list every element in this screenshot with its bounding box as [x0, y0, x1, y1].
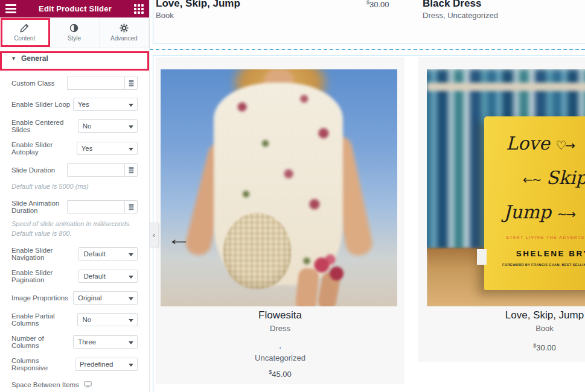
product-price: $30.00: [366, 0, 389, 9]
control-label: Space Between Items: [11, 381, 79, 388]
top-product-1[interactable]: Love, Skip, Jump Book: [156, 0, 240, 22]
control-description: Default value is 5000 (ms): [11, 182, 138, 192]
chevron-down-icon: [129, 253, 133, 256]
product-slider-section[interactable]: ← Flowesita Dress , Uncategorized $45.00: [153, 55, 585, 392]
chevron-down-icon: [129, 341, 133, 344]
slider-prev-arrow-icon[interactable]: ←: [167, 229, 191, 249]
gear-icon: [120, 24, 129, 33]
tab-advanced[interactable]: Advanced: [100, 17, 149, 48]
elementor-panel: Edit Product Slider Content Style: [0, 0, 150, 392]
control-slide-duration: Slide DurationDefault value is 5000 (ms): [11, 163, 138, 192]
product-category-2: Uncategorized: [156, 352, 404, 364]
product-categories: Dress, Uncategorized: [423, 10, 498, 22]
chevron-down-icon: [129, 125, 133, 128]
device-desktop-icon[interactable]: [84, 379, 92, 390]
hump-arrow-icon: ~→: [557, 207, 575, 221]
enable-partial-columns-select[interactable]: No: [77, 313, 138, 326]
control-label: Slide Duration: [11, 166, 55, 174]
panel-tabs: Content Style: [0, 17, 149, 48]
panel-header: Edit Product Slider: [0, 0, 149, 17]
elementor-editor: Edit Product Slider Content Style: [0, 0, 585, 392]
product-info: Flowesita Dress , Uncategorized $45.00: [156, 308, 404, 379]
slide-animation-duration-input[interactable]: [67, 200, 124, 213]
tab-style[interactable]: Style: [50, 17, 99, 48]
contrast-icon: [69, 24, 78, 33]
chevron-left-icon: ‹: [153, 231, 155, 239]
control-enable-partial-columns: Enable Partial ColumnsNo: [11, 312, 138, 327]
product-title: Black Dress: [423, 0, 498, 10]
enable-slider-autoplay-select[interactable]: Yes: [77, 142, 138, 155]
section-general-toggle[interactable]: ▾ General: [0, 48, 149, 68]
chevron-down-icon: [129, 104, 133, 107]
control-label: Image Proportions: [11, 294, 68, 302]
chevron-down-icon: [129, 297, 133, 300]
product-title: Love, Skip, Jump: [156, 0, 240, 10]
product-title[interactable]: Love, Skip, Jump: [418, 308, 585, 323]
enable-slider-loop-select[interactable]: Yes: [73, 98, 138, 111]
control-number-of-columns: Number of ColumnsThree: [11, 335, 138, 349]
control-label: Enable Slider Navigation: [11, 247, 78, 261]
tab-label: Style: [68, 35, 81, 42]
control-enable-slider-loop: Enable Slider LoopYes: [11, 98, 138, 111]
control-label: Enable Slider Pagination: [11, 269, 78, 283]
control-label: Enable Slider Autoplay: [11, 141, 77, 156]
controls-list: Custom ClassEnable Slider LoopYesEnable …: [0, 68, 149, 392]
control-label: Columns Responsive: [11, 357, 75, 371]
image-proportions-select[interactable]: Original: [73, 291, 138, 305]
product-category: Book: [156, 10, 240, 22]
control-slide-animation-duration: Slide Animation DurationSpeed of slide a…: [11, 200, 138, 239]
columns-responsive-select[interactable]: Predefined: [75, 358, 138, 371]
product-image-book: Love ♡→ ←~ Skip Jump ~→ START LIVING THE…: [427, 69, 585, 306]
control-enable-slider-autoplay: Enable Slider AutoplayYes: [11, 141, 138, 156]
enable-slider-pagination-select[interactable]: Default: [78, 270, 138, 283]
product-price: $30.00: [418, 343, 585, 352]
control-enable-centered-slides: Enable Centered SlidesNo: [11, 119, 138, 133]
heart-arrow-icon: ♡→: [555, 138, 574, 153]
enable-slider-navigation-select[interactable]: Default: [78, 247, 138, 261]
previous-slider-section[interactable]: Love, Skip, Jump Book $30.00 Black Dress…: [153, 0, 585, 43]
control-enable-slider-navigation: Enable Slider NavigationDefault: [11, 247, 138, 261]
control-label: Enable Slider Loop: [11, 101, 70, 108]
control-label: Number of Columns: [11, 335, 73, 349]
number-of-columns-select[interactable]: Three: [73, 335, 138, 349]
top-product-2[interactable]: Black Dress Dress, Uncategorized: [423, 0, 498, 22]
product-price: $45.00: [156, 369, 404, 379]
chevron-down-icon: [129, 148, 133, 151]
control-label: Slide Animation Duration: [11, 200, 67, 214]
product-title[interactable]: Flowesita: [156, 308, 404, 323]
book-tagline: START LIVING THE ADVENTURE OF YES: [502, 235, 585, 239]
dynamic-tags-icon[interactable]: [124, 163, 138, 177]
chevron-down-icon: [129, 276, 133, 279]
control-label: Custom Class: [11, 80, 55, 87]
dynamic-tags-icon[interactable]: [124, 200, 138, 213]
pencil-icon: [20, 24, 29, 33]
preview-canvas: Love, Skip, Jump Book $30.00 Black Dress…: [150, 0, 585, 392]
chevron-down-icon: [129, 364, 133, 367]
product-card-flowesita[interactable]: ← Flowesita Dress , Uncategorized $45.00: [156, 57, 404, 384]
category-separator: ,: [156, 339, 404, 352]
section-general-label: General: [21, 54, 48, 63]
book-cover: Love ♡→ ←~ Skip Jump ~→ START LIVING THE…: [484, 116, 585, 290]
chevron-down-icon: ▾: [12, 55, 15, 62]
product-category: Book: [418, 323, 585, 334]
slide-duration-input[interactable]: [67, 163, 124, 177]
elements-grid-icon[interactable]: [134, 4, 144, 14]
control-custom-class: Custom Class: [11, 77, 138, 90]
section-divider: [150, 49, 585, 50]
dynamic-tags-icon[interactable]: [124, 77, 138, 90]
control-enable-slider-pagination: Enable Slider PaginationDefault: [11, 269, 138, 283]
enable-centered-slides-select[interactable]: No: [78, 119, 138, 133]
control-space-between-items: Space Between Items: [11, 379, 138, 392]
control-columns-responsive: Columns ResponsivePredefined: [11, 357, 138, 371]
tab-content[interactable]: Content: [0, 17, 50, 48]
menu-icon[interactable]: [5, 4, 16, 13]
squiggle-arrow-icon: ←~: [523, 172, 541, 187]
product-image-dress: [161, 69, 397, 306]
tab-label: Content: [14, 35, 35, 42]
custom-class-input[interactable]: [67, 77, 124, 90]
control-image-proportions: Image ProportionsOriginal: [11, 291, 138, 305]
control-description: Speed of slide animation in milliseconds…: [11, 219, 138, 239]
product-card-book[interactable]: Love ♡→ ←~ Skip Jump ~→ START LIVING THE…: [418, 57, 585, 362]
tab-label: Advanced: [110, 35, 137, 42]
panel-collapse-handle[interactable]: ‹: [150, 223, 159, 247]
